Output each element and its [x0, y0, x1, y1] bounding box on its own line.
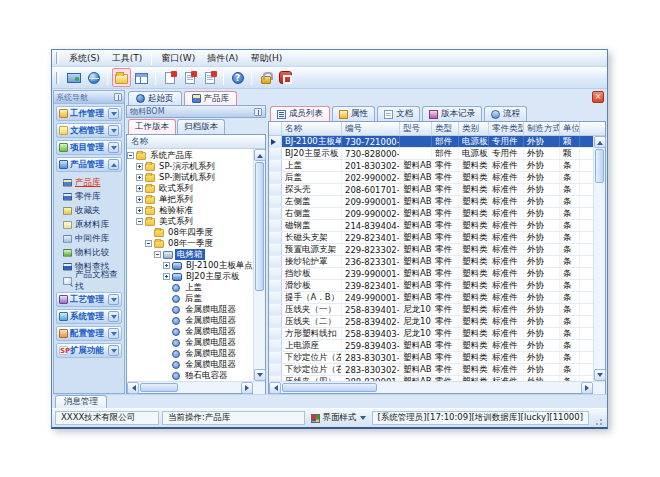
tree-node-3[interactable]: 欧式系列	[127, 183, 253, 194]
tree-vscroll-thumb[interactable]	[255, 162, 264, 291]
globe-button[interactable]	[84, 68, 103, 87]
table-row[interactable]: 压线夹（一）258-839401-00X尼龙1010零件塑料类标准件外协条	[269, 304, 593, 316]
tree-node-4[interactable]: 单把系列	[127, 194, 253, 205]
version-tab-1[interactable]: 归档版本	[177, 119, 225, 134]
row-selector[interactable]	[269, 340, 282, 351]
chevron-down-icon[interactable]	[108, 311, 119, 322]
sidebar-group-6[interactable]: 配置管理	[56, 326, 122, 341]
row-selector[interactable]	[269, 160, 282, 171]
tree-node-14[interactable]: 金属膜电阻器	[127, 304, 253, 315]
table-row[interactable]: 预置电源支架229-823302-00X塑料ABS零件塑料类标准件外协条	[269, 244, 593, 256]
row-selector[interactable]	[269, 196, 282, 207]
scroll-right-icon[interactable]	[581, 382, 593, 394]
expand-icon[interactable]	[136, 185, 143, 192]
sidebar-item-7[interactable]: 产品文档查找	[59, 274, 122, 288]
tree-hscroll-thumb[interactable]	[140, 383, 178, 392]
row-selector[interactable]	[269, 304, 282, 315]
scroll-left-icon[interactable]	[269, 382, 281, 394]
tree-node-11[interactable]: BJ20主显示板	[127, 271, 253, 282]
table-row[interactable]: 下纱定位片（左）283-830301-00X塑料ABS零件塑料类标准件外协条	[269, 352, 593, 364]
row-selector[interactable]	[269, 292, 282, 303]
column-header-part_type[interactable]: 零件类型	[489, 122, 524, 135]
tree-horizontal-scrollbar[interactable]	[127, 381, 265, 393]
resize-grip[interactable]	[592, 415, 604, 427]
tree-node-20[interactable]: 独石电容器	[127, 370, 253, 381]
tree-node-17[interactable]: 金属膜电阻器	[127, 337, 253, 348]
table-row[interactable]: BJ20主显示板730-828000-04X部件电源板专用件外协颗	[269, 148, 593, 160]
column-header-code[interactable]: 编号	[342, 122, 400, 135]
table-row[interactable]: 右侧盖209-990002-01X塑料ABS零件塑料类标准件外协条	[269, 208, 593, 220]
table-row[interactable]: 长磁头支架229-823401-00X塑料ABS零件塑料类标准件外协条	[269, 232, 593, 244]
tree-node-2[interactable]: SP-测试机系列	[127, 172, 253, 183]
menu-item-0[interactable]: 系统(S)	[63, 51, 106, 66]
doc-new-button[interactable]	[160, 68, 179, 87]
chevron-up-icon[interactable]	[108, 159, 119, 170]
column-header-unit[interactable]: 单位	[560, 122, 580, 135]
tree-vscroll-track[interactable]	[254, 161, 265, 369]
column-header-type[interactable]: 类型	[432, 122, 459, 135]
expand-icon[interactable]	[163, 273, 170, 280]
table-row[interactable]: 接纱轮护罩236-823301-00X塑料ABS零件塑料类标准件外协条	[269, 256, 593, 268]
scroll-up-icon[interactable]	[594, 136, 606, 148]
sidebar-group-3[interactable]: 产品管理	[56, 157, 122, 172]
chevron-down-icon[interactable]	[108, 142, 119, 153]
tree-node-18[interactable]: 金属膜电阻器	[127, 348, 253, 359]
sidebar-group-1[interactable]: 文档管理	[56, 123, 122, 138]
table-row[interactable]: BJ-2100主板单点730-721000-12X部件电源板专用件外协颗	[269, 136, 593, 148]
table-row[interactable]: 提手（A．B）249-990001-01X塑料ABS零件塑料类标准件外协条	[269, 292, 593, 304]
tree-node-9[interactable]: 电烤箱	[127, 249, 253, 260]
menu-item-3[interactable]: 插件(A)	[201, 51, 244, 66]
scroll-left-icon[interactable]	[127, 382, 139, 394]
expand-icon[interactable]	[163, 262, 170, 269]
column-header-make[interactable]: 制造方式	[524, 122, 560, 135]
table-row[interactable]: 探头壳208-601701-01X塑料ABS零件塑料类标准件外协条	[269, 184, 593, 196]
layout-button[interactable]	[132, 68, 151, 87]
tree-node-8[interactable]: 08年一季度	[127, 238, 253, 249]
sidebar-group-7[interactable]: 扩展功能	[56, 343, 122, 358]
sidebar-group-4[interactable]: 工艺管理	[56, 292, 122, 307]
lock-button[interactable]	[256, 68, 275, 87]
table-row[interactable]: 下纱定位片（右）283-830302-00X塑料ABS零件塑料类标准件外协条	[269, 364, 593, 376]
table-row[interactable]: 方形塑料线扣258-839403-00X尼龙1010零件塑料类标准件外协条	[269, 328, 593, 340]
table-row[interactable]: 后盖202-990002-01X塑料ABS零件塑料类标准件外协条	[269, 172, 593, 184]
detail-tab-1[interactable]: 属性	[332, 106, 375, 121]
chevron-down-icon[interactable]	[108, 125, 119, 136]
row-selector[interactable]	[269, 244, 282, 255]
tree-node-7[interactable]: 08年四季度	[127, 227, 253, 238]
chevron-down-icon[interactable]	[108, 345, 119, 356]
table-row[interactable]: 左侧盖209-990001-01X塑料ABS零件塑料类标准件外协条	[269, 196, 593, 208]
grid-vscroll-thumb[interactable]	[595, 149, 604, 183]
menu-item-2[interactable]: 窗口(W)	[155, 51, 201, 66]
detail-tab-0[interactable]: 成员列表	[270, 106, 330, 121]
tree-node-12[interactable]: 上盖	[127, 282, 253, 293]
detail-tab-3[interactable]: 版本记录	[422, 106, 482, 121]
table-row[interactable]: 挡纱板239-990001-01X塑料ABS零件塑料类标准件外协条	[269, 268, 593, 280]
table-row[interactable]: 上电源座259-839403-00X塑料ABS零件塑料类标准件外协条	[269, 340, 593, 352]
grid-horizontal-scrollbar[interactable]	[269, 381, 605, 393]
tree-node-5[interactable]: 检验标准	[127, 205, 253, 216]
column-header-category[interactable]: 类别	[459, 122, 489, 135]
collapse-icon[interactable]	[136, 218, 143, 225]
window-button[interactable]	[112, 68, 131, 87]
grid-vscroll-track[interactable]	[594, 148, 605, 369]
toolbar-grip[interactable]	[56, 72, 59, 84]
expand-icon[interactable]	[136, 196, 143, 203]
tree-node-1[interactable]: SP-演示机系列	[127, 161, 253, 172]
scroll-up-icon[interactable]	[254, 149, 266, 161]
chevron-down-icon[interactable]	[108, 108, 119, 119]
sidebar-item-1[interactable]: 零件库	[59, 190, 122, 204]
grid-hscroll-track[interactable]	[281, 382, 581, 393]
row-selector[interactable]	[269, 208, 282, 219]
collapse-icon[interactable]	[127, 152, 134, 159]
tree-node-0[interactable]: 系统产品库	[127, 150, 253, 161]
scroll-down-icon[interactable]	[254, 369, 266, 381]
chevron-down-icon[interactable]	[108, 328, 119, 339]
tree-node-16[interactable]: 金属膜电阻器	[127, 326, 253, 337]
row-selector[interactable]	[269, 316, 282, 327]
help-button[interactable]	[228, 68, 247, 87]
table-row[interactable]: 压线夹（二）258-839402-00X尼龙1010零件塑料类标准件外协条	[269, 316, 593, 328]
tree-column-header[interactable]: 名称	[127, 135, 265, 149]
row-selector[interactable]	[269, 172, 282, 183]
expand-icon[interactable]	[136, 207, 143, 214]
tree-node-19[interactable]: 金属膜电阻器	[127, 359, 253, 370]
